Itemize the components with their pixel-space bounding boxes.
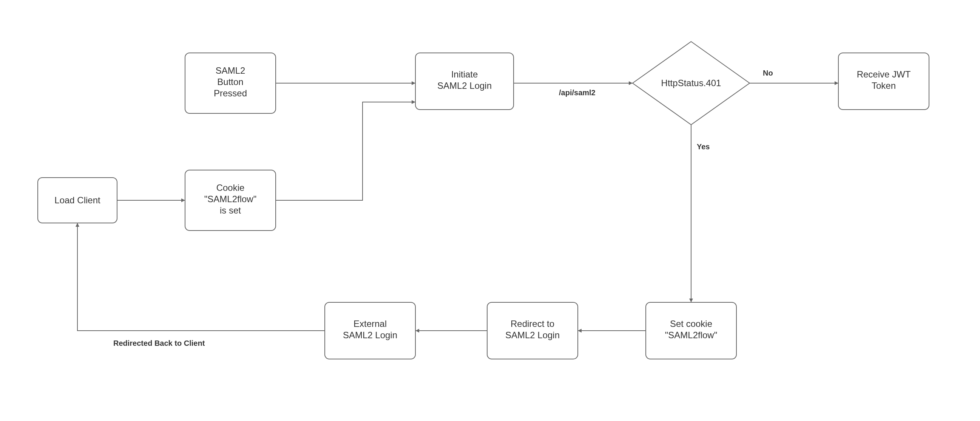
edge-external-to-loadclient bbox=[77, 223, 325, 331]
node-redirect: Redirect to SAML2 Login bbox=[487, 302, 578, 359]
edge-label-yes: Yes bbox=[697, 142, 710, 151]
node-saml-button: SAML2 Button Pressed bbox=[185, 53, 276, 113]
node-receive-jwt-l2: Token bbox=[872, 80, 896, 91]
flowchart: Load Client Cookie "SAML2flow" is set SA… bbox=[0, 0, 980, 421]
node-cookie-isset-l2: "SAML2flow" bbox=[204, 194, 256, 204]
node-load-client-text: Load Client bbox=[54, 195, 100, 205]
node-receive-jwt: Receive JWT Token bbox=[838, 53, 929, 110]
node-external-l1: External bbox=[353, 319, 387, 329]
node-saml-button-l3: Pressed bbox=[214, 88, 247, 98]
edge-label-api-saml2: /api/saml2 bbox=[559, 88, 595, 97]
node-decision: HttpStatus.401 bbox=[633, 41, 749, 125]
edge-label-no: No bbox=[763, 69, 773, 77]
node-set-cookie-l2: "SAML2flow" bbox=[665, 330, 717, 340]
edge-label-redirected: Redirected Back to Client bbox=[113, 339, 205, 347]
edge-cookie-to-initiate bbox=[276, 102, 415, 200]
node-cookie-isset-l3: is set bbox=[220, 205, 241, 215]
node-external-l2: SAML2 Login bbox=[343, 330, 397, 340]
node-decision-text: HttpStatus.401 bbox=[661, 78, 721, 88]
node-initiate-l2: SAML2 Login bbox=[438, 80, 492, 91]
node-external: External SAML2 Login bbox=[325, 302, 415, 359]
node-cookie-isset: Cookie "SAML2flow" is set bbox=[185, 170, 276, 231]
node-redirect-l2: SAML2 Login bbox=[505, 330, 560, 340]
node-cookie-isset-l1: Cookie bbox=[216, 183, 245, 193]
node-set-cookie-l1: Set cookie bbox=[670, 319, 712, 329]
node-redirect-l1: Redirect to bbox=[511, 319, 554, 329]
node-saml-button-l1: SAML2 bbox=[216, 65, 245, 76]
node-saml-button-l2: Button bbox=[217, 77, 243, 87]
node-receive-jwt-l1: Receive JWT bbox=[857, 69, 911, 79]
node-load-client: Load Client bbox=[38, 178, 117, 223]
node-initiate: Initiate SAML2 Login bbox=[415, 53, 514, 110]
node-initiate-l1: Initiate bbox=[451, 69, 478, 79]
node-set-cookie: Set cookie "SAML2flow" bbox=[646, 302, 737, 359]
